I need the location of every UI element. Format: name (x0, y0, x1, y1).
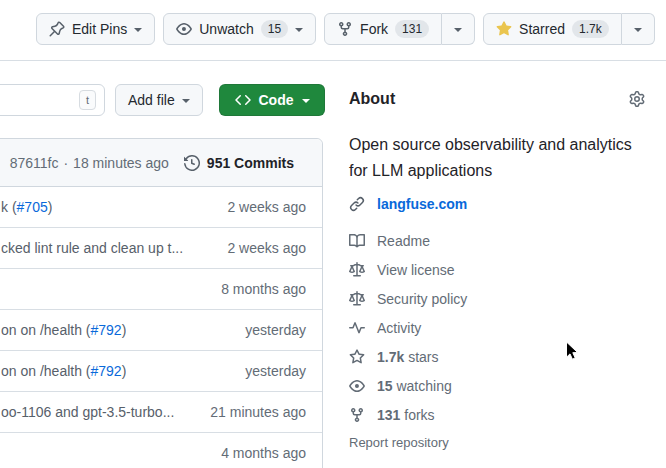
star-icon (349, 349, 365, 365)
commit-date: 4 months ago (221, 445, 306, 461)
table-row[interactable]: oo-1106 and gpt-3.5-turbo... 21 minutes … (0, 392, 322, 433)
forks-count-badge: 131 (395, 20, 429, 38)
table-row[interactable]: on on /health (#792) yesterday (0, 310, 322, 351)
forks-count: 131 (377, 407, 400, 423)
chevron-down-icon (182, 99, 190, 103)
keyboard-shortcut-badge: t (79, 90, 96, 110)
commit-message-text: on on /health ( (1, 322, 91, 338)
repo-website-row: langfuse.com (349, 194, 645, 214)
fork-label: Fork (360, 21, 388, 37)
star-fill-icon (496, 21, 512, 37)
commit-date: yesterday (245, 322, 306, 338)
issue-link[interactable]: #792 (91, 363, 122, 379)
book-icon (349, 233, 365, 249)
chevron-down-icon (134, 28, 142, 32)
security-policy-label: Security policy (377, 291, 467, 307)
stars-label: stars (408, 349, 438, 365)
repo-forked-icon (349, 407, 365, 423)
table-row[interactable]: on on /health (#792) yesterday (0, 351, 322, 392)
commit-history-link[interactable]: 951 Commits (184, 155, 294, 171)
commit-message-text: on on /health ( (1, 363, 91, 379)
forks-link[interactable]: 131 forks (349, 400, 645, 429)
view-license-link[interactable]: View license (349, 255, 645, 284)
watching-label: watching (396, 378, 451, 394)
watching-link[interactable]: 15 watching (349, 371, 645, 400)
repo-action-bar: Edit Pins Unwatch 15 Fork 131 Starred 1.… (36, 13, 655, 45)
starred-label: Starred (519, 21, 565, 37)
about-title: About (349, 90, 395, 108)
add-file-button[interactable]: Add file (115, 84, 203, 116)
view-license-label: View license (377, 262, 455, 278)
table-row[interactable]: 8 months ago (0, 269, 322, 310)
eye-icon (349, 378, 365, 394)
latest-commit-bar: 87611fc · 18 minutes ago 951 Commits (0, 139, 322, 187)
chevron-down-icon (302, 99, 310, 103)
gear-icon (629, 91, 645, 107)
chevron-down-icon (454, 28, 462, 32)
watching-count: 15 (377, 378, 393, 394)
fork-button[interactable]: Fork 131 (324, 13, 442, 45)
edit-pins-button[interactable]: Edit Pins (36, 13, 155, 45)
commit-message-text: oo-1106 and gpt-3.5-turbo... (1, 404, 174, 420)
history-icon (184, 155, 200, 171)
edit-pins-label: Edit Pins (72, 21, 127, 37)
about-sidebar: About Open source observability and anal… (349, 90, 645, 450)
latest-commit-meta[interactable]: 87611fc · 18 minutes ago (10, 155, 169, 171)
commit-time: 18 minutes ago (73, 155, 169, 171)
watchers-count-badge: 15 (261, 20, 288, 38)
commit-date: 21 minutes ago (210, 404, 306, 420)
table-row[interactable]: 4 months ago (0, 433, 322, 468)
stars-count-badge: 1.7k (572, 20, 609, 38)
repo-website-link[interactable]: langfuse.com (377, 196, 467, 212)
star-split-button: Starred 1.7k (483, 13, 655, 45)
starred-button[interactable]: Starred 1.7k (483, 13, 622, 45)
commits-count-label: 951 Commits (207, 155, 294, 171)
commit-message[interactable]: oo-1106 and gpt-3.5-turbo... (1, 404, 174, 420)
commit-message-text: ) (48, 199, 53, 215)
forks-label: forks (404, 407, 434, 423)
star-dropdown-button[interactable] (622, 13, 655, 45)
repo-description: Open source observability and analytics … (349, 132, 645, 184)
report-repository-link[interactable]: Report repository (349, 435, 645, 450)
commit-date: yesterday (245, 363, 306, 379)
issue-link[interactable]: #792 (91, 322, 122, 338)
unwatch-button[interactable]: Unwatch 15 (163, 13, 316, 45)
commit-message[interactable]: on on /health (#792) (1, 322, 126, 338)
commit-message-text: k ( (1, 199, 17, 215)
commit-message-text: cked lint rule and clean up t... (1, 240, 183, 256)
code-button[interactable]: Code (219, 84, 325, 116)
eye-icon (176, 21, 192, 37)
law-icon (349, 291, 365, 307)
activity-link[interactable]: Activity (349, 313, 645, 342)
link-icon (349, 196, 365, 212)
stars-count: 1.7k (377, 349, 404, 365)
header-divider (0, 60, 666, 61)
table-row[interactable]: cked lint rule and clean up t... 2 weeks… (0, 228, 322, 269)
fork-dropdown-button[interactable] (442, 13, 475, 45)
readme-label: Readme (377, 233, 430, 249)
repo-forked-icon (337, 21, 353, 37)
stars-link[interactable]: 1.7k stars (349, 342, 645, 371)
commit-date: 8 months ago (221, 281, 306, 297)
pin-icon (49, 21, 65, 37)
edit-repo-details-button[interactable] (629, 91, 645, 107)
readme-link[interactable]: Readme (349, 226, 645, 255)
go-to-file-input[interactable]: t (0, 84, 105, 116)
table-row[interactable]: k (#705) 2 weeks ago (0, 187, 322, 228)
law-icon (349, 262, 365, 278)
security-policy-link[interactable]: Security policy (349, 284, 645, 313)
chevron-down-icon (634, 28, 642, 32)
fork-split-button: Fork 131 (324, 13, 475, 45)
issue-link[interactable]: #705 (17, 199, 48, 215)
commit-hash[interactable]: 87611fc (10, 155, 59, 171)
about-links-list: Readme View license Security policy Acti… (349, 226, 645, 429)
commit-message[interactable]: cked lint rule and clean up t... (1, 240, 183, 256)
about-header: About (349, 90, 645, 108)
unwatch-label: Unwatch (199, 21, 253, 37)
commit-date: 2 weeks ago (227, 240, 306, 256)
file-browser-table: 87611fc · 18 minutes ago 951 Commits k (… (0, 138, 323, 468)
code-icon (235, 92, 251, 108)
commit-message[interactable]: k (#705) (1, 199, 52, 215)
commit-message[interactable]: on on /health (#792) (1, 363, 126, 379)
activity-label: Activity (377, 320, 421, 336)
